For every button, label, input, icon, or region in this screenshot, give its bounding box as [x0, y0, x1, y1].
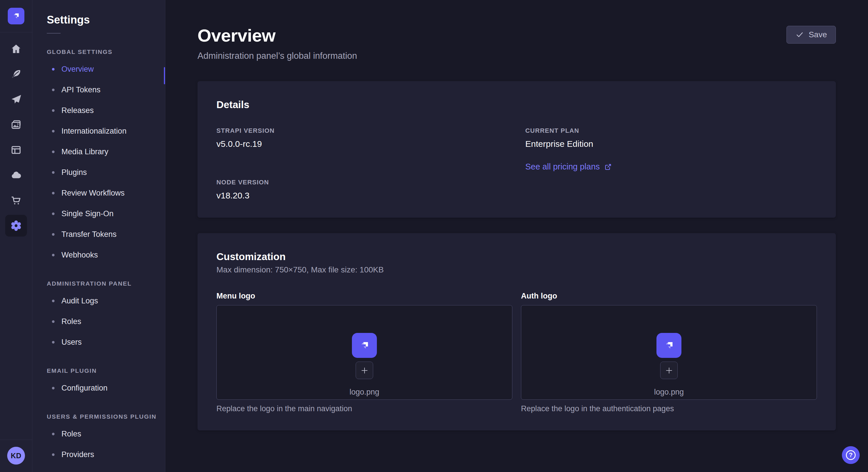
section-label-email-plugin: EMAIL PLUGIN	[47, 367, 165, 374]
nav-media-button[interactable]	[3, 112, 29, 137]
sidebar-item-admin-roles[interactable]: Roles	[47, 311, 165, 332]
auth-logo-label: Auth logo	[521, 292, 817, 301]
strapi-version-label: STRAPI VERSION	[216, 127, 508, 134]
sidebar-item-up-providers[interactable]: Providers	[47, 444, 165, 465]
sidebar-item-email-configuration[interactable]: Configuration	[47, 378, 165, 398]
sidebar-item-label: Internationalization	[61, 127, 127, 136]
paper-plane-icon	[10, 94, 22, 105]
subnav-title: Settings	[47, 14, 165, 26]
menu-logo-upload-box[interactable]: logo.png	[216, 305, 513, 400]
bullet-icon	[52, 387, 55, 390]
nav-settings-button[interactable]	[3, 213, 29, 238]
nav-settings-active-bg	[5, 215, 27, 237]
nav-home-button[interactable]	[3, 36, 29, 62]
sidebar-item-internationalization[interactable]: Internationalization	[47, 121, 165, 141]
section-label-users-permissions-plugin: USERS & PERMISSIONS PLUGIN	[47, 413, 165, 420]
bullet-icon	[52, 89, 55, 91]
bullet-icon	[52, 233, 55, 236]
sidebar-item-label: Media Library	[61, 147, 108, 156]
pricing-plans-link-label: See all pricing plans	[525, 162, 600, 171]
strapi-mark-glyph	[357, 338, 372, 353]
current-plan-field: CURRENT PLAN Enterprise Edition	[525, 127, 817, 149]
menu-logo-filename: logo.png	[350, 388, 379, 397]
auth-logo-upload-box[interactable]: logo.png	[521, 305, 817, 400]
section-list-users-permissions-plugin: Roles Providers	[47, 424, 165, 465]
section-list-email-plugin: Configuration	[47, 378, 165, 398]
nav-content-manager-button[interactable]	[3, 137, 29, 163]
auth-logo-hint: Replace the logo in the authentication p…	[521, 404, 817, 413]
plus-icon	[360, 366, 369, 375]
menu-logo-label: Menu logo	[216, 292, 513, 301]
sidebar-item-api-tokens[interactable]: API Tokens	[47, 79, 165, 100]
nav-rail-items	[3, 36, 29, 238]
settings-subnav: Settings GLOBAL SETTINGS Overview API To…	[32, 0, 165, 472]
strapi-mark-glyph	[662, 338, 677, 353]
node-version-value: v18.20.3	[216, 191, 508, 200]
cloud-icon	[10, 169, 22, 181]
nav-deploy-button[interactable]	[3, 87, 29, 112]
menu-logo-preview	[352, 333, 377, 358]
strapi-mark-glyph	[10, 10, 22, 22]
sidebar-item-label: Plugins	[61, 168, 87, 177]
question-icon: ?	[846, 450, 856, 460]
auth-logo-field: Auth logo logo.png Replace the logo in t…	[521, 292, 817, 413]
sidebar-item-label: Transfer Tokens	[61, 230, 117, 239]
save-button[interactable]: Save	[786, 26, 836, 43]
auth-logo-preview	[656, 333, 681, 358]
bullet-icon	[52, 109, 55, 112]
bullet-icon	[52, 453, 55, 456]
menu-logo-add-button[interactable]	[355, 362, 373, 379]
user-avatar[interactable]: KD	[7, 447, 25, 465]
nav-marketplace-button[interactable]	[3, 188, 29, 213]
sidebar-item-label: Single Sign-On	[61, 209, 114, 218]
strapi-version-field: STRAPI VERSION v5.0.0-rc.19	[216, 127, 508, 149]
sidebar-item-webhooks[interactable]: Webhooks	[47, 245, 165, 265]
sidebar-item-admin-users[interactable]: Users	[47, 332, 165, 352]
layout-icon	[10, 144, 22, 156]
sidebar-item-label: API Tokens	[61, 86, 100, 94]
sidebar-item-single-sign-on[interactable]: Single Sign-On	[47, 203, 165, 224]
nav-cloud-button[interactable]	[3, 163, 29, 188]
bullet-icon	[52, 341, 55, 343]
sidebar-item-up-roles[interactable]: Roles	[47, 424, 165, 444]
auth-logo-add-button[interactable]	[660, 362, 678, 379]
strapi-version-value: v5.0.0-rc.19	[216, 139, 508, 149]
sidebar-item-label: Releases	[61, 106, 94, 115]
sidebar-item-plugins[interactable]: Plugins	[47, 162, 165, 183]
customization-card-title: Customization	[216, 251, 817, 262]
active-item-indicator	[164, 67, 165, 84]
section-list-global-settings: Overview API Tokens Releases Internation…	[47, 59, 165, 265]
sidebar-item-overview[interactable]: Overview	[47, 59, 165, 79]
customization-card: Customization Max dimension: 750×750, Ma…	[197, 233, 836, 430]
sidebar-item-releases[interactable]: Releases	[47, 100, 165, 121]
bullet-icon	[52, 254, 55, 256]
main-content: Overview Administration panel’s global i…	[166, 0, 868, 472]
details-card-title: Details	[216, 99, 817, 110]
sidebar-item-label: Providers	[61, 450, 94, 459]
pricing-plans-link[interactable]: See all pricing plans	[525, 162, 612, 171]
bullet-icon	[52, 171, 55, 174]
help-button[interactable]: ?	[842, 446, 860, 464]
strapi-logo-icon[interactable]	[8, 8, 24, 24]
menu-logo-field: Menu logo logo.png Replace the logo in t…	[216, 292, 513, 413]
sidebar-item-audit-logs[interactable]: Audit Logs	[47, 291, 165, 311]
nav-content-button[interactable]	[3, 62, 29, 87]
sidebar-item-label: Roles	[61, 430, 81, 438]
section-label-administration-panel: ADMINISTRATION PANEL	[47, 280, 165, 287]
check-icon	[795, 30, 804, 39]
bullet-icon	[52, 433, 55, 435]
cart-icon	[10, 194, 22, 206]
customization-card-subtitle: Max dimension: 750×750, Max file size: 1…	[216, 265, 817, 274]
sidebar-item-media-library[interactable]: Media Library	[47, 141, 165, 162]
bullet-icon	[52, 212, 55, 215]
current-plan-value: Enterprise Edition	[525, 139, 817, 149]
sidebar-item-transfer-tokens[interactable]: Transfer Tokens	[47, 224, 165, 245]
node-version-field: NODE VERSION v18.20.3	[216, 179, 508, 200]
page-header: Overview Administration panel’s global i…	[197, 25, 836, 61]
feather-icon	[10, 68, 22, 80]
menu-logo-hint: Replace the logo in the main navigation	[216, 404, 513, 413]
section-list-administration-panel: Audit Logs Roles Users	[47, 291, 165, 352]
sidebar-item-label: Review Workflows	[61, 189, 125, 198]
sidebar-item-label: Roles	[61, 317, 81, 326]
sidebar-item-review-workflows[interactable]: Review Workflows	[47, 183, 165, 203]
